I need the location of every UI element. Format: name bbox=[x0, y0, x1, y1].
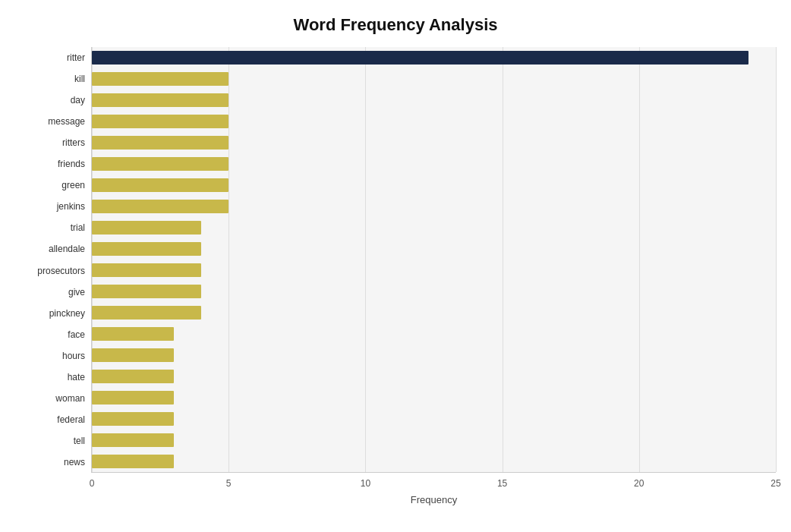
chart-container: Word Frequency Analysis ritterkilldaymes… bbox=[0, 0, 791, 532]
y-label: allendale bbox=[49, 244, 85, 253]
bar bbox=[92, 51, 748, 65]
bar bbox=[92, 72, 228, 86]
x-tick-label: 10 bbox=[361, 478, 370, 489]
bar bbox=[92, 115, 228, 128]
y-label: federal bbox=[57, 415, 85, 424]
bar bbox=[92, 370, 174, 383]
bar bbox=[92, 242, 201, 256]
y-label: jenkins bbox=[57, 202, 85, 211]
bar-row bbox=[92, 51, 776, 65]
bar-row bbox=[92, 93, 776, 107]
bar bbox=[92, 93, 228, 107]
bar-row bbox=[92, 306, 776, 320]
x-tick-label: 20 bbox=[634, 478, 644, 489]
bar bbox=[92, 391, 174, 405]
y-axis: ritterkilldaymessagerittersfriendsgreenj… bbox=[15, 47, 91, 473]
bar-row bbox=[92, 391, 776, 405]
bar-row bbox=[92, 178, 776, 192]
bar bbox=[92, 348, 174, 362]
y-label: message bbox=[48, 117, 85, 126]
bar bbox=[92, 327, 174, 341]
bar-row bbox=[92, 200, 776, 213]
bar-row bbox=[92, 348, 776, 362]
bar bbox=[92, 285, 201, 298]
y-label: ritter bbox=[67, 53, 85, 62]
bar-row bbox=[92, 242, 776, 256]
bar bbox=[92, 455, 174, 468]
grid-line bbox=[365, 47, 366, 472]
bar bbox=[92, 263, 201, 277]
grid-line bbox=[639, 47, 640, 472]
bar-row bbox=[92, 115, 776, 128]
bar-row bbox=[92, 433, 776, 447]
bar-row bbox=[92, 136, 776, 150]
bar bbox=[92, 306, 201, 320]
bar bbox=[92, 136, 228, 150]
bar-row bbox=[92, 412, 776, 426]
y-label: trial bbox=[71, 223, 85, 232]
grid-line bbox=[503, 47, 503, 472]
y-label: hate bbox=[68, 373, 85, 382]
y-label: prosecutors bbox=[37, 266, 85, 275]
y-label: hours bbox=[62, 351, 85, 360]
grid-line bbox=[776, 47, 777, 472]
y-label: tell bbox=[74, 436, 85, 445]
y-label: woman bbox=[55, 394, 85, 403]
plot-area: 0510152025Frequency bbox=[91, 47, 776, 473]
bar bbox=[92, 200, 228, 213]
chart-area: ritterkilldaymessagerittersfriendsgreenj… bbox=[15, 47, 776, 473]
bar bbox=[92, 433, 174, 447]
x-tick-label: 0 bbox=[90, 478, 95, 489]
bar bbox=[92, 221, 201, 235]
bar-row bbox=[92, 370, 776, 383]
grid-line bbox=[228, 47, 229, 472]
y-label: ritters bbox=[62, 138, 85, 147]
y-label: face bbox=[68, 330, 85, 339]
bar-row bbox=[92, 263, 776, 277]
x-tick-label: 25 bbox=[771, 478, 780, 489]
y-label: news bbox=[64, 458, 85, 467]
y-label: green bbox=[61, 181, 85, 190]
chart-title: Word Frequency Analysis bbox=[15, 15, 776, 35]
bar-row bbox=[92, 157, 776, 171]
bar-row bbox=[92, 327, 776, 341]
y-label: day bbox=[71, 96, 85, 105]
grid-line bbox=[92, 47, 93, 472]
bar-row bbox=[92, 221, 776, 235]
y-label: kill bbox=[74, 74, 85, 83]
bar bbox=[92, 157, 228, 171]
bar bbox=[92, 178, 228, 192]
bar-row bbox=[92, 285, 776, 298]
bar-row bbox=[92, 72, 776, 86]
x-tick-label: 15 bbox=[497, 478, 507, 489]
bar bbox=[92, 412, 174, 426]
y-label: give bbox=[68, 288, 85, 297]
x-tick-label: 5 bbox=[226, 478, 232, 489]
x-axis-label: Frequency bbox=[411, 494, 457, 505]
bar-row bbox=[92, 455, 776, 468]
y-label: pinckney bbox=[49, 309, 85, 318]
y-label: friends bbox=[58, 159, 85, 168]
